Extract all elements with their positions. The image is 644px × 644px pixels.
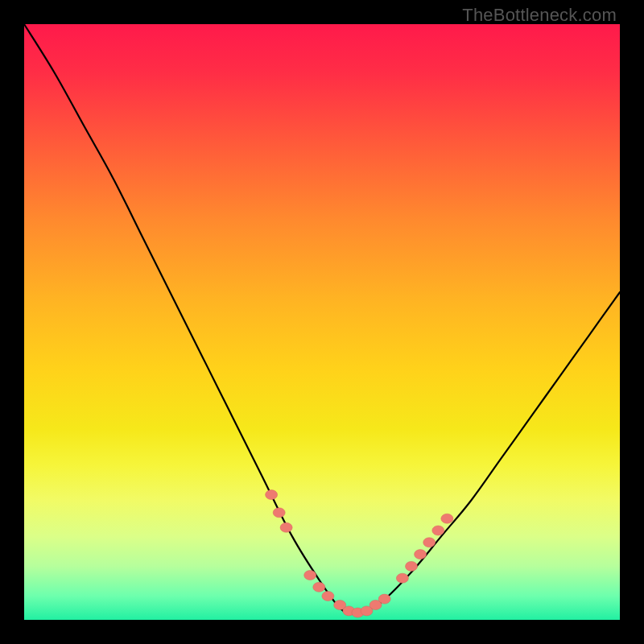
- highlight-bead: [313, 582, 325, 592]
- bottleneck-curve-line: [24, 24, 620, 614]
- highlight-beads-group: [266, 490, 453, 618]
- highlight-bead: [423, 538, 436, 547]
- watermark-text: TheBottleneck.com: [462, 5, 617, 26]
- highlight-bead: [280, 522, 292, 532]
- highlight-bead: [415, 550, 427, 559]
- highlight-bead: [432, 526, 444, 535]
- chart-frame: [24, 24, 620, 620]
- bottleneck-chart: [24, 24, 620, 620]
- highlight-bead: [396, 573, 408, 583]
- highlight-bead: [322, 591, 334, 601]
- highlight-bead: [406, 561, 418, 571]
- highlight-bead: [273, 508, 285, 518]
- highlight-bead: [266, 490, 278, 500]
- highlight-bead: [304, 571, 316, 580]
- highlight-bead: [378, 594, 390, 604]
- highlight-bead: [441, 514, 453, 523]
